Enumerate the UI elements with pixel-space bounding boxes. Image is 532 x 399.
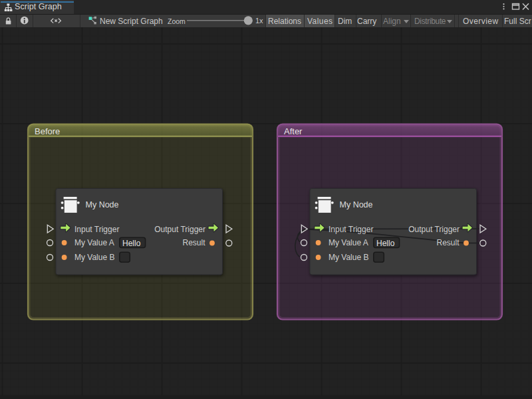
svg-text:My Value B: My Value B [329,253,368,262]
svg-text:Input Trigger: Input Trigger [74,224,119,233]
svg-text:My Node: My Node [86,200,119,209]
svg-text:My Value B: My Value B [74,253,114,262]
svg-text:Result: Result [182,238,205,247]
svg-text:Hello: Hello [376,238,395,247]
svg-text:Before: Before [35,126,60,136]
svg-text:After: After [284,126,303,136]
svg-text:Input Trigger: Input Trigger [329,224,373,233]
svg-text:Output Trigger: Output Trigger [154,224,205,233]
svg-text:Result: Result [436,238,460,247]
svg-text:My Node: My Node [340,200,373,209]
svg-text:My Value A: My Value A [329,238,368,247]
svg-text:Hello: Hello [122,238,141,247]
svg-text:Output Trigger: Output Trigger [408,224,460,233]
svg-text:My Value A: My Value A [74,238,114,247]
